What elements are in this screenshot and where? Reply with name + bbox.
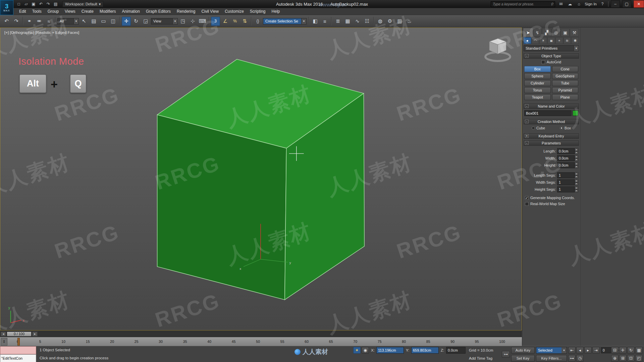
open-file-icon[interactable]: ▱ (23, 1, 30, 7)
render-setup-button[interactable]: ⚙ (385, 17, 394, 26)
subtab-cameras[interactable]: ◙ (547, 37, 555, 44)
spin-up-icon[interactable]: ▴ (575, 186, 578, 189)
sign-in-link[interactable]: Sign In (585, 2, 597, 6)
rollout-header-keyboard-entry[interactable]: + Keyboard Entry (524, 133, 579, 139)
length-spinner[interactable]: 0.0cm▴▾ (557, 148, 578, 154)
viewcube[interactable] (483, 35, 513, 64)
object-type-sphere-button[interactable]: Sphere (524, 73, 551, 79)
primitive-category-dropdown[interactable]: Standard Primitives ▾ (524, 45, 579, 51)
time-slider-handle[interactable]: 0 / 100 (7, 331, 32, 337)
subtab-spacewarps[interactable]: ≋ (564, 37, 571, 44)
workspace-dropdown[interactable]: Workspace: Default ▾ (62, 1, 103, 7)
angle-snap-button[interactable]: ∠ (221, 17, 230, 26)
object-type-geosphere-button[interactable]: GeoSphere (552, 73, 579, 79)
menu-tools[interactable]: Tools (29, 8, 45, 15)
spinner-value[interactable]: 1 (557, 172, 575, 178)
object-type-torus-button[interactable]: Torus (524, 87, 551, 93)
edit-named-sets-button[interactable]: {} (253, 17, 262, 26)
go-to-start-button[interactable]: ⇤ (568, 347, 576, 354)
previous-frame-button[interactable]: ◂ (576, 347, 584, 354)
creation-method-cube[interactable]: Cube (532, 126, 545, 130)
menu-modifiers[interactable]: Modifiers (97, 8, 119, 15)
window-crossing-toggle[interactable]: ◫ (109, 17, 118, 26)
object-name-field[interactable]: Box001 (524, 110, 572, 116)
object-type-pyramid-button[interactable]: Pyramid (552, 87, 579, 93)
menu-civil-view[interactable]: Civil View (198, 8, 222, 15)
selection-set-dropdown[interactable]: Selected ▾ (536, 347, 567, 354)
layer-manager-button[interactable]: ≣ (333, 17, 342, 26)
zoom-extents-button[interactable]: ⊡ (627, 355, 635, 362)
select-object-button[interactable]: ↖ (79, 17, 89, 26)
collapse-icon[interactable]: - (525, 120, 529, 123)
new-file-icon[interactable]: □ (15, 1, 22, 7)
track-bar[interactable]: ⇕ 05101520253035404550556065707580859095… (0, 337, 522, 346)
object-type-box-button[interactable]: Box (524, 66, 551, 72)
real-world-map-checkbox[interactable] (525, 202, 529, 206)
maximize-viewport-toggle[interactable]: ◰ (635, 355, 643, 362)
width-spinner[interactable]: 0.0cm▴▾ (557, 155, 578, 161)
tab-motion[interactable]: ◎ (551, 28, 560, 37)
height-segs-spinner[interactable]: 1▴▾ (557, 186, 578, 192)
spin-down-icon[interactable]: ▾ (575, 151, 578, 154)
search-input[interactable]: Type a keyword or phrase. ⚲ (491, 1, 555, 7)
spin-up-icon[interactable]: ▴ (575, 155, 578, 158)
menu-views[interactable]: Views (62, 8, 78, 15)
isolate-selection-toggle[interactable]: ✶ (353, 347, 361, 354)
auto-key-button[interactable]: Auto Key (511, 347, 535, 354)
spin-up-icon[interactable]: ▴ (575, 162, 578, 165)
object-type-cone-button[interactable]: Cone (552, 66, 579, 72)
ribbon-toggle-button[interactable]: ▦ (343, 17, 352, 26)
cloud-services-icon[interactable]: ☁ (567, 1, 573, 7)
menu-rendering[interactable]: Rendering (174, 8, 198, 15)
expand-icon[interactable]: + (525, 134, 529, 138)
menu-create[interactable]: Create (78, 8, 97, 15)
unlink-selection-button[interactable]: ⚮ (35, 17, 44, 26)
use-pivot-center-button[interactable]: ◳ (178, 17, 187, 26)
autogrid-checkbox[interactable] (541, 60, 545, 64)
x-coord-field[interactable]: 113.196cm (376, 347, 404, 354)
spinner-value[interactable]: 0.0cm (557, 162, 575, 168)
time-configuration-button[interactable]: ◷ (576, 355, 584, 362)
selection-lock-toggle[interactable]: ◉ (362, 347, 369, 354)
select-by-name-button[interactable]: ▤ (89, 17, 98, 26)
zoom-viewport-button[interactable]: ⊕ (611, 355, 619, 362)
key-mode-toggle[interactable]: ⊶ (568, 355, 576, 362)
select-and-scale-button[interactable]: ◲ (141, 17, 150, 26)
object-type-tube-button[interactable]: Tube (552, 80, 579, 86)
object-type-cylinder-button[interactable]: Cylinder (524, 80, 551, 86)
bind-to-space-warp-button[interactable]: ≈ (44, 17, 53, 26)
schematic-view-button[interactable]: ☷ (363, 17, 372, 26)
spinner-snap-button[interactable]: ⇅ (240, 17, 249, 26)
menu-animation[interactable]: Animation (119, 8, 143, 15)
play-button[interactable]: ▸ (584, 347, 592, 354)
menu-help[interactable]: Help (269, 8, 283, 15)
length-segs-spinner[interactable]: 1▴▾ (557, 172, 578, 178)
snaps-toggle-button[interactable]: 3 (211, 17, 220, 26)
material-editor-button[interactable]: ◍ (376, 17, 385, 26)
spin-up-icon[interactable]: ▴ (575, 148, 578, 151)
subtab-shapes[interactable]: ◠ (532, 37, 539, 44)
select-and-manipulate-button[interactable]: ⊹ (188, 17, 197, 26)
subtab-geometry[interactable]: ● (524, 37, 531, 44)
set-key-button[interactable]: Set Key (511, 355, 535, 362)
select-and-move-button[interactable]: ✛ (122, 17, 131, 26)
select-and-link-button[interactable]: ⚭ (25, 17, 34, 26)
spin-up-icon[interactable]: ▴ (575, 172, 578, 175)
selection-filter-dropdown[interactable]: All ▾ (57, 18, 79, 24)
align-button[interactable]: ≡ (320, 17, 329, 26)
rollout-header-object-type[interactable]: - Object Type (524, 53, 579, 59)
subtab-lights[interactable]: ☀ (539, 37, 547, 44)
creation-method-box[interactable]: Box (560, 126, 571, 130)
collapse-icon[interactable]: - (525, 104, 529, 108)
maxscript-mini-listener[interactable]: "EditTextCon (0, 354, 36, 362)
pan-view-button[interactable]: ✛ (619, 347, 627, 354)
spinner-value[interactable]: 1 (557, 186, 575, 192)
close-button[interactable]: ✕ (634, 0, 644, 8)
macro-recorder-pane[interactable] (0, 346, 36, 354)
tab-create[interactable]: ➤ (524, 28, 533, 37)
rollout-header-creation-method[interactable]: - Creation Method (524, 119, 579, 124)
tab-display[interactable]: ▣ (561, 28, 570, 37)
menu-scripting[interactable]: Scripting (247, 8, 269, 15)
spinner-value[interactable]: 1 (557, 179, 575, 185)
key-filters-button[interactable]: Key Filters... (536, 355, 567, 362)
